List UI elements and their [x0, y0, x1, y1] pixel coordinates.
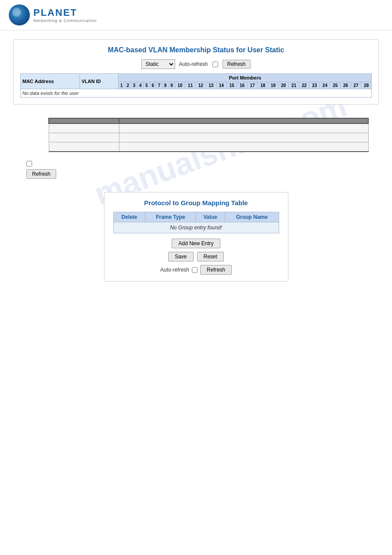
value-header: Value	[196, 212, 225, 222]
logo-area: PLANET Networking & Communication	[9, 4, 383, 25]
gray-row-3	[49, 142, 368, 152]
port-number-26: 26	[341, 82, 351, 89]
port-number-10: 10	[175, 82, 185, 89]
port-number-8: 8	[162, 82, 169, 89]
no-group-message: No Group entry found!	[113, 222, 279, 233]
gray-col2-header	[119, 118, 368, 123]
port-number-21: 21	[289, 82, 299, 89]
port-number-19: 19	[268, 82, 278, 89]
logo-subtitle: Networking & Communication	[33, 18, 97, 23]
delete-header: Delete	[113, 212, 145, 222]
port-number-25: 25	[330, 82, 341, 89]
gray-cell-1-2	[119, 123, 368, 133]
port-number-13: 13	[206, 82, 216, 89]
logo-icon	[9, 4, 30, 25]
gray-row-1	[49, 123, 368, 133]
protocol-section: Protocol to Group Mapping Table Delete F…	[104, 192, 288, 282]
gray-cell-3-1	[49, 142, 119, 152]
main-content: MAC-based VLAN Membership Status for Use…	[0, 35, 392, 299]
auto-refresh-label: Auto-refresh	[179, 61, 208, 67]
port-number-24: 24	[320, 82, 330, 89]
port-number-12: 12	[195, 82, 206, 89]
logo-brand: PLANET	[33, 7, 97, 18]
gray-cell-3-2	[119, 142, 368, 152]
port-number-14: 14	[216, 82, 227, 89]
proto-auto-refresh-label: Auto-refresh	[160, 267, 189, 273]
user-type-dropdown[interactable]: Static Dynamic	[141, 59, 175, 69]
frame-type-header: Frame Type	[145, 212, 196, 222]
protocol-title: Protocol to Group Mapping Table	[113, 199, 279, 207]
group-name-header: Group Name	[225, 212, 279, 222]
save-button[interactable]: Save	[168, 252, 193, 261]
port-number-23: 23	[309, 82, 320, 89]
port-number-11: 11	[185, 82, 196, 89]
auto-refresh-checkbox[interactable]	[212, 62, 218, 67]
port-number-16: 16	[237, 82, 248, 89]
port-number-6: 6	[150, 82, 156, 89]
vlan-id-header: VLAN ID	[79, 74, 118, 89]
auto-refresh-row	[26, 161, 379, 167]
refresh-button-middle[interactable]: Refresh	[26, 169, 56, 179]
port-number-17: 17	[247, 82, 258, 89]
port-number-15: 15	[227, 82, 237, 89]
port-number-3: 3	[131, 82, 137, 89]
refresh-section: Refresh	[26, 161, 379, 179]
mac-address-header: MAC Address	[21, 74, 80, 89]
header: PLANET Networking & Communication	[0, 0, 392, 30]
port-number-1: 1	[119, 82, 125, 89]
port-number-5: 5	[144, 82, 150, 89]
proto-auto-refresh-checkbox[interactable]	[192, 267, 198, 273]
refresh-button-row: Refresh	[26, 169, 379, 179]
port-number-27: 27	[351, 82, 361, 89]
port-number-2: 2	[125, 82, 131, 89]
no-data-row: No data exists for the user	[21, 89, 372, 98]
logo-text: PLANET Networking & Communication	[33, 7, 97, 23]
port-members-header: Port Members	[119, 74, 372, 82]
gray-col1-header	[49, 118, 119, 123]
no-group-row: No Group entry found!	[113, 222, 279, 233]
middle-section	[13, 118, 379, 152]
no-data-message: No data exists for the user	[21, 89, 372, 98]
mac-vlan-title: MAC-based VLAN Membership Status for Use…	[20, 46, 372, 54]
gray-cell-2-1	[49, 133, 119, 142]
port-number-20: 20	[278, 82, 289, 89]
refresh-button-top[interactable]: Refresh	[223, 60, 251, 69]
save-reset-row: Save Reset	[168, 252, 224, 261]
port-number-4: 4	[137, 82, 144, 89]
proto-refresh-button[interactable]: Refresh	[200, 265, 232, 275]
proto-table: Delete Frame Type Value Group Name No Gr…	[113, 212, 279, 233]
port-number-22: 22	[299, 82, 309, 89]
gray-cell-2-2	[119, 133, 368, 142]
proto-refresh-row: Auto-refresh Refresh	[160, 265, 232, 275]
vlan-table: MAC Address VLAN ID Port Members 1234567…	[20, 73, 372, 98]
mac-vlan-section: MAC-based VLAN Membership Status for Use…	[13, 39, 379, 105]
port-number-7: 7	[156, 82, 162, 89]
gray-table	[48, 118, 369, 152]
gray-cell-1-1	[49, 123, 119, 133]
mac-vlan-controls: Static Dynamic Auto-refresh Refresh	[20, 59, 372, 69]
auto-refresh-checkbox-middle[interactable]	[26, 161, 32, 167]
port-number-18: 18	[258, 82, 268, 89]
port-number-28: 28	[361, 82, 372, 89]
proto-actions: Add New Entry Save Reset Auto-refresh Re…	[113, 239, 279, 275]
add-new-entry-button[interactable]: Add New Entry	[172, 239, 220, 248]
reset-button[interactable]: Reset	[197, 252, 224, 261]
port-number-9: 9	[169, 82, 175, 89]
gray-row-2	[49, 133, 368, 142]
